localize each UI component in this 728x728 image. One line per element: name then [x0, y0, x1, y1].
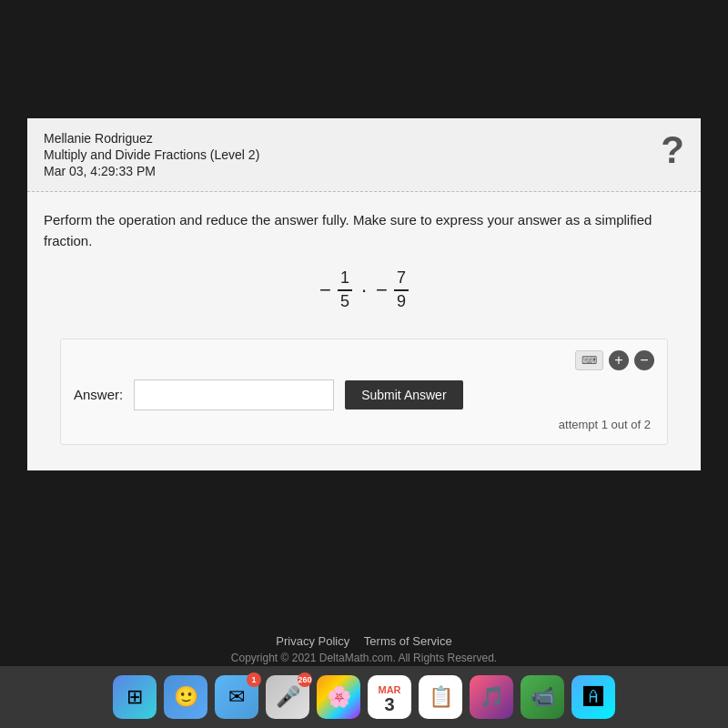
reminders-badge: 260: [298, 672, 312, 687]
photos-icon: 🌸: [327, 685, 351, 709]
student-name: Mellanie Rodriguez: [44, 131, 684, 146]
multiply-operator: ·: [361, 278, 367, 302]
mail-icon: ✉: [228, 685, 245, 709]
appstore-icon: 🅰: [583, 685, 603, 709]
dock-finder[interactable]: 🙂: [164, 675, 207, 719]
assignment-date: Mar 03, 4:29:33 PM: [44, 164, 684, 178]
terms-of-service-link[interactable]: Terms of Service: [364, 634, 452, 648]
dock-siri[interactable]: 🎤 260: [266, 675, 309, 719]
footer-copyright: Copyright © 2021 DeltaMath.com. All Righ…: [0, 652, 728, 664]
music-icon: 🎵: [480, 685, 504, 709]
minus-sign-2: −: [376, 278, 388, 302]
fraction-2: 7 9: [394, 269, 409, 311]
privacy-policy-link[interactable]: Privacy Policy: [276, 634, 349, 648]
fraction-1-numerator: 1: [338, 269, 352, 291]
finder-icon: 🙂: [174, 685, 198, 709]
assignment-title: Multiply and Divide Fractions (Level 2): [44, 147, 684, 162]
dock-photos[interactable]: 🌸: [317, 675, 360, 719]
footer-links: Privacy Policy Terms of Service: [0, 634, 728, 648]
attempt-counter: attempt 1 out of 2: [74, 418, 654, 431]
minus-sign-1: −: [319, 278, 331, 302]
dock-mail[interactable]: ✉ 1: [215, 675, 258, 719]
answer-label: Answer:: [74, 387, 123, 402]
help-icon[interactable]: ?: [661, 131, 684, 169]
main-content: Mellanie Rodriguez Multiply and Divide F…: [27, 118, 701, 470]
dock: ⊞ 🙂 ✉ 1 🎤 260 🌸 MAR3 📋 🎵 📹 🅰: [0, 666, 728, 728]
dock-music[interactable]: 🎵: [470, 675, 513, 719]
launchpad-icon: ⊞: [126, 685, 143, 709]
fraction-2-numerator: 7: [394, 269, 409, 291]
fraction-1: 1 5: [338, 269, 352, 311]
dock-launchpad[interactable]: ⊞: [113, 675, 157, 719]
fraction-2-denominator: 9: [394, 291, 409, 311]
submit-answer-button[interactable]: Submit Answer: [345, 380, 462, 410]
answer-input[interactable]: [134, 379, 334, 410]
footer-section: Privacy Policy Terms of Service Copyrigh…: [0, 634, 728, 664]
keyboard-row: ⌨ + −: [74, 350, 654, 370]
keyboard-icon[interactable]: ⌨: [575, 350, 603, 370]
dock-appstore[interactable]: 🅰: [571, 675, 615, 719]
calendar-icon: MAR3: [378, 682, 400, 713]
header-section: Mellanie Rodriguez Multiply and Divide F…: [27, 118, 701, 192]
facetime-icon: 📹: [531, 685, 555, 709]
answer-section: ⌨ + − Answer: Submit Answer attempt 1 ou…: [60, 339, 668, 445]
question-instruction: Perform the operation and reduce the ans…: [44, 210, 684, 251]
fraction-expression: − 1 5 · − 7 9: [319, 269, 409, 311]
fraction-display: − 1 5 · − 7 9: [44, 269, 684, 311]
answer-row: Answer: Submit Answer: [74, 379, 654, 410]
dock-calendar[interactable]: MAR3: [368, 675, 411, 719]
dock-reminders[interactable]: 📋: [419, 675, 462, 719]
zoom-out-button[interactable]: −: [634, 350, 654, 370]
mail-badge: 1: [247, 672, 261, 687]
fraction-1-denominator: 5: [338, 291, 352, 311]
reminders-icon: 📋: [429, 685, 453, 709]
zoom-in-button[interactable]: +: [609, 350, 629, 370]
siri-icon: 🎤: [276, 685, 300, 709]
question-section: Perform the operation and reduce the ans…: [27, 192, 701, 470]
dock-facetime[interactable]: 📹: [521, 675, 564, 719]
